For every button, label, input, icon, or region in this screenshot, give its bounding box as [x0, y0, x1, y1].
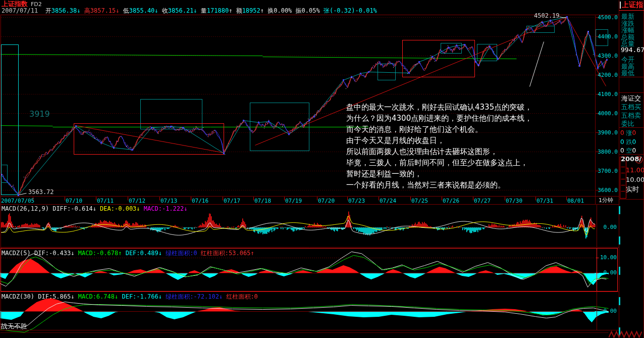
price-axis-label-9: 3600.0: [597, 187, 618, 194]
stat-segment-7: 3856.21↓: [168, 7, 201, 14]
date-axis-label-5: 07/16: [192, 198, 208, 204]
indicator-label-0-3: MACD:-1.222↓: [144, 205, 188, 212]
period-selector[interactable]: 1分钟: [599, 198, 613, 204]
count-right: 0: [632, 147, 636, 154]
sidebar-date: 2008/: [621, 156, 641, 163]
date-axis-label-10: 07/23: [348, 198, 365, 204]
note-line-3: 由于今天又是月线的收盘日，: [346, 135, 532, 146]
sidebar-item-五档卖[interactable]: 五档卖: [621, 111, 641, 120]
high-price-label: 4502.19: [534, 13, 560, 19]
stat-segment-6: 收: [162, 7, 168, 14]
stat-segment-14: 换0.00% 振0.05%: [267, 7, 324, 14]
note-line-2: 而今天的消息，刚好给了他们这个机会。: [346, 124, 532, 135]
stat-segment-4: 低: [123, 7, 129, 14]
price-axis-label-1: 4400.0: [597, 33, 618, 40]
price-axis-label-8: 3700.0: [597, 168, 618, 174]
count-label: 跌: [626, 138, 632, 146]
date-axis-label-11: 07/24: [380, 198, 396, 204]
sidebar-count-row-2: 0 空0: [620, 147, 643, 155]
date-axis-label-4: 07/13: [160, 198, 177, 204]
stat-segment-10: ↑: [229, 7, 236, 14]
indicator-label-1-0: MACDZ(5): [2, 250, 34, 257]
date-axis-label-16: 07/31: [536, 198, 553, 204]
sidebar-item-委比[interactable]: 委比: [621, 119, 634, 128]
stat-segment-15: 张(-0.32)-0.01%: [324, 7, 377, 14]
indicator-label-2-2: MACD:6.748↓: [78, 293, 122, 300]
macdz5-panel-label[interactable]: MACDZ(5) DIF:-0.433↓ MACD:-0.678↑ DEF:0.…: [2, 249, 254, 258]
note-line-1: 为什么？因为4300点刚进来的，要护住他们的成本线，: [346, 113, 532, 124]
count-label: 涨: [626, 129, 632, 136]
macdz30-panel-label[interactable]: MACDZ(30) DIF:5.865↓ MACD:6.748↓ DEF:-1.…: [2, 293, 258, 301]
stat-segment-1: 开: [45, 7, 51, 14]
indicator-label-0-1: DIFF:-0.614↓: [52, 205, 100, 212]
stat-segment-11: 额: [236, 7, 242, 14]
date-axis-label-17: 08/01: [567, 198, 584, 204]
stat-segment-9: 171880: [207, 7, 229, 14]
stat-segment-13: ↑: [260, 7, 267, 14]
level-label-3919: 3919: [29, 110, 50, 119]
stat-segment-0: 2007/07/11: [2, 7, 45, 14]
indicator-axis-label-0-0: 0.00: [598, 224, 617, 230]
date-axis-label-15: 07/30: [506, 198, 522, 204]
date-axis-label-2: 07/11: [97, 198, 114, 204]
date-axis-label-14: 07/27: [474, 198, 491, 204]
price-axis-label-7: 3800.0: [597, 149, 618, 155]
count-left: 0: [620, 138, 626, 146]
count-label: 空: [626, 147, 632, 154]
index-name: 上证指数: [2, 0, 28, 8]
indicator-label-2-3: DEF:-1.766↓: [122, 293, 166, 300]
date-axis-label-13: 07/26: [443, 198, 459, 204]
sidebar-num-1: 10.00: [626, 176, 644, 183]
stat-segment-8: 量: [201, 7, 207, 14]
sidebar-title[interactable]: 上证指数: [622, 1, 643, 9]
date-axis-label-7: 07/18: [254, 198, 271, 204]
count-left: 0: [620, 129, 626, 136]
slogan-text: 战无不胜: [1, 323, 27, 330]
stat-segment-5: 3855.40↓: [129, 7, 162, 14]
indicator-label-1-4: 绿柱面积:0: [166, 250, 201, 257]
sidebar-num-0: 11.00: [626, 166, 644, 174]
indicator-label-2-5: 红柱面积:0: [226, 293, 257, 300]
date-axis-label-9: 07/20: [318, 198, 335, 204]
sidebar-count-row-1: 0 跌0: [620, 138, 643, 147]
note-line-6: 暂时还是利益一致的，: [346, 168, 532, 179]
price-axis-label-3: 4200.0: [597, 72, 618, 78]
indicator-label-1-2: MACD:-0.678↑: [78, 250, 126, 257]
note-line-7: 一个好看的月线，当然对三者来说都是必须的。: [346, 179, 532, 190]
sidebar-item-五档买[interactable]: 五档买: [621, 103, 641, 112]
chart-canvas[interactable]: [0, 0, 644, 338]
low-price-label: 3563.72: [28, 189, 54, 196]
macd-panel-label[interactable]: MACD(26,12,9) DIFF:-0.614↓ DEA:-0.003↓ M…: [2, 205, 187, 212]
indicator-label-1-5: 红柱面积:53.065↑: [201, 250, 254, 257]
price-axis-label-6: 3900.0: [597, 129, 618, 136]
price-axis-label-0: 4500.0: [597, 14, 618, 21]
sidebar-section-label: 海证交: [621, 94, 641, 103]
price-axis-label-5: 4000.0: [597, 110, 618, 117]
indicator-label-2-1: DIF:5.865↓: [38, 293, 78, 300]
trading-app-window: { "header": { "title": "上证指数", "subtitle…: [0, 0, 644, 338]
sidebar-item-最低[interactable]: 最低: [621, 69, 634, 78]
date-axis-label-1: 07/10: [66, 198, 82, 204]
indicator-axis-label-2-0: 0.00: [598, 308, 617, 314]
sidebar-num-2: 实时: [626, 185, 639, 194]
indicator-label-2-4: 绿柱面积:-72.102↓: [166, 293, 226, 300]
indicator-label-1-3: DEF:0.489↓: [126, 250, 166, 257]
indicator-axis-label-1-0: 10.00: [598, 254, 617, 261]
sidebar-count-row-0: 0 涨0: [620, 129, 643, 137]
price-axis-label-2: 4300.0: [597, 53, 618, 59]
indicator-label-0-0: MACD(26,12,9): [2, 205, 52, 212]
note-line-5: 毕竟，三拨人，前后时间不同，但至少在做多这点上，: [346, 157, 532, 168]
stat-segment-3: 高3857.15↓: [84, 7, 123, 14]
indicator-label-1-1: DIF:-0.433↓: [34, 250, 78, 257]
indicator-label-0-2: DEA:-0.003↓: [100, 205, 144, 212]
analyst-note: 盘中的最大一次跳水，刚好去回试确认4335点的突破，为什么？因为4300点刚进来…: [346, 102, 532, 190]
count-left: 0: [620, 147, 626, 154]
date-axis-label-8: 07/19: [285, 198, 302, 204]
date-axis-label-0: 2007/07/05: [1, 198, 34, 204]
count-right: 0: [632, 138, 636, 146]
date-axis-label-12: 07/25: [411, 198, 428, 204]
date-axis-label-3: 07/12: [129, 198, 145, 204]
quote-stats-bar: 2007/07/11 开3856.38↓ 高3857.15↓ 低3855.40↓…: [2, 8, 377, 14]
sidebar-value: 994.67: [621, 46, 644, 54]
indicator-axis-label-1-1: 0.00: [598, 269, 617, 276]
